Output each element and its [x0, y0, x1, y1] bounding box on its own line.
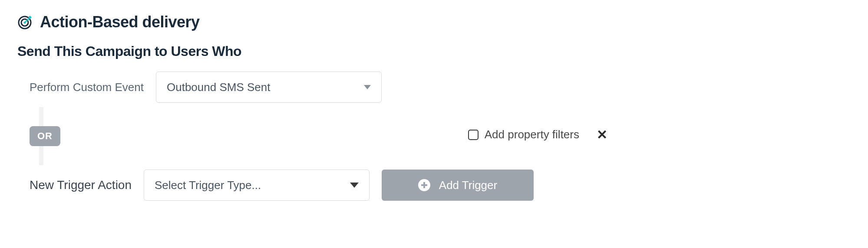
add-property-filters-label: Add property filters — [485, 128, 579, 141]
close-icon[interactable]: ✕ — [597, 128, 607, 141]
trigger-label-1: Perform Custom Event — [30, 81, 144, 94]
trigger-type-select[interactable]: Select Trigger Type... — [144, 170, 370, 201]
trigger-row-2: New Trigger Action Select Trigger Type..… — [30, 170, 851, 201]
page-title: Action-Based delivery — [40, 13, 200, 31]
add-trigger-label: Add Trigger — [439, 179, 497, 192]
plus-circle-icon — [418, 179, 430, 191]
add-trigger-button[interactable]: Add Trigger — [382, 170, 534, 201]
chevron-down-icon — [350, 183, 359, 188]
add-property-filters-checkbox[interactable]: Add property filters — [468, 128, 579, 141]
custom-event-select[interactable]: Outbound SMS Sent — [156, 72, 382, 103]
section-header: Action-Based delivery — [17, 13, 851, 31]
row-controls: Add property filters ✕ — [468, 128, 607, 141]
or-badge: OR — [30, 126, 60, 146]
trigger-row-1: Perform Custom Event Outbound SMS Sent — [30, 72, 851, 103]
trigger-type-placeholder: Select Trigger Type... — [155, 179, 261, 192]
chevron-down-icon — [364, 85, 371, 89]
trigger-label-2: New Trigger Action — [30, 178, 132, 192]
custom-event-value: Outbound SMS Sent — [167, 81, 270, 94]
or-divider-section: OR Add property filters ✕ — [17, 107, 851, 165]
target-icon — [17, 14, 33, 30]
subtitle: Send This Campaign to Users Who — [17, 43, 851, 59]
checkbox-icon — [468, 130, 479, 140]
